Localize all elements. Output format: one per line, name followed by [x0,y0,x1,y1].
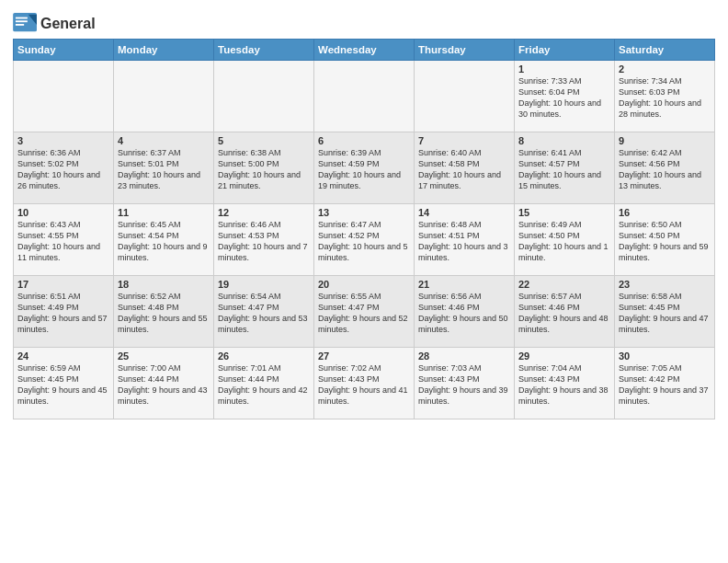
day-number: 28 [418,350,510,362]
day-info: Sunrise: 6:54 AM Sunset: 4:47 PM Dayligh… [218,291,310,336]
calendar-cell [114,61,214,132]
day-info: Sunrise: 6:43 AM Sunset: 4:55 PM Dayligh… [17,219,109,264]
day-info: Sunrise: 6:37 AM Sunset: 5:01 PM Dayligh… [118,147,210,192]
calendar-cell [415,61,515,132]
day-info: Sunrise: 7:34 AM Sunset: 6:03 PM Dayligh… [619,75,711,121]
day-info: Sunrise: 6:57 AM Sunset: 4:46 PM Dayligh… [518,291,610,336]
calendar-cell [14,61,114,132]
day-number: 3 [17,135,109,146]
calendar-cell: 19Sunrise: 6:54 AM Sunset: 4:47 PM Dayli… [214,276,314,348]
calendar-cell: 22Sunrise: 6:57 AM Sunset: 4:46 PM Dayli… [515,276,615,348]
calendar-week-3: 10Sunrise: 6:43 AM Sunset: 4:55 PM Dayli… [14,204,715,276]
logo: General [13,13,96,35]
day-number: 24 [17,350,109,362]
day-info: Sunrise: 6:36 AM Sunset: 5:02 PM Dayligh… [17,147,109,192]
calendar-cell: 26Sunrise: 7:01 AM Sunset: 4:44 PM Dayli… [214,348,314,419]
day-info: Sunrise: 6:52 AM Sunset: 4:48 PM Dayligh… [118,291,210,336]
calendar-week-4: 17Sunrise: 6:51 AM Sunset: 4:49 PM Dayli… [14,276,715,348]
calendar-cell: 4Sunrise: 6:37 AM Sunset: 5:01 PM Daylig… [114,132,214,204]
day-number: 13 [318,207,410,218]
day-number: 19 [218,279,310,290]
day-number: 27 [318,350,410,362]
day-number: 18 [118,279,210,290]
page-container: General SundayMondayTuesdayWednesdayThur… [0,0,728,425]
day-info: Sunrise: 6:55 AM Sunset: 4:47 PM Dayligh… [318,291,410,336]
day-info: Sunrise: 6:41 AM Sunset: 4:57 PM Dayligh… [518,147,610,192]
day-info: Sunrise: 6:42 AM Sunset: 4:56 PM Dayligh… [619,147,711,192]
day-info: Sunrise: 7:01 AM Sunset: 4:44 PM Dayligh… [218,362,310,408]
day-info: Sunrise: 7:00 AM Sunset: 4:44 PM Dayligh… [118,362,210,408]
calendar-week-1: 1Sunrise: 7:33 AM Sunset: 6:04 PM Daylig… [14,61,715,132]
weekday-header-row: SundayMondayTuesdayWednesdayThursdayFrid… [14,40,715,61]
day-number: 26 [218,350,310,362]
day-info: Sunrise: 7:33 AM Sunset: 6:04 PM Dayligh… [518,75,610,121]
calendar-cell: 28Sunrise: 7:03 AM Sunset: 4:43 PM Dayli… [415,348,515,419]
logo-text: General [40,16,96,32]
calendar-cell: 3Sunrise: 6:36 AM Sunset: 5:02 PM Daylig… [14,132,114,204]
calendar-cell: 1Sunrise: 7:33 AM Sunset: 6:04 PM Daylig… [515,61,615,132]
day-info: Sunrise: 7:04 AM Sunset: 4:43 PM Dayligh… [518,362,610,408]
weekday-header-sunday: Sunday [14,40,114,61]
day-number: 22 [518,279,610,290]
calendar-cell: 30Sunrise: 7:05 AM Sunset: 4:42 PM Dayli… [615,348,715,419]
day-info: Sunrise: 6:38 AM Sunset: 5:00 PM Dayligh… [218,147,310,192]
day-info: Sunrise: 6:49 AM Sunset: 4:50 PM Dayligh… [518,219,610,264]
calendar-cell: 9Sunrise: 6:42 AM Sunset: 4:56 PM Daylig… [615,132,715,204]
calendar-week-5: 24Sunrise: 6:59 AM Sunset: 4:45 PM Dayli… [14,348,715,419]
calendar-cell: 16Sunrise: 6:50 AM Sunset: 4:50 PM Dayli… [615,204,715,276]
calendar-cell: 21Sunrise: 6:56 AM Sunset: 4:46 PM Dayli… [415,276,515,348]
calendar-header: SundayMondayTuesdayWednesdayThursdayFrid… [14,40,715,61]
calendar-cell: 27Sunrise: 7:02 AM Sunset: 4:43 PM Dayli… [314,348,415,419]
weekday-header-thursday: Thursday [415,40,515,61]
day-number: 9 [619,135,711,146]
calendar-cell: 12Sunrise: 6:46 AM Sunset: 4:53 PM Dayli… [214,204,314,276]
day-number: 1 [518,63,610,75]
calendar-table: SundayMondayTuesdayWednesdayThursdayFrid… [13,39,715,419]
day-number: 30 [619,350,711,362]
logo-icon [13,13,39,35]
weekday-header-monday: Monday [114,40,214,61]
day-number: 6 [318,135,410,146]
calendar-cell: 23Sunrise: 6:58 AM Sunset: 4:45 PM Dayli… [615,276,715,348]
day-info: Sunrise: 6:56 AM Sunset: 4:46 PM Dayligh… [418,291,510,336]
calendar-cell: 17Sunrise: 6:51 AM Sunset: 4:49 PM Dayli… [14,276,114,348]
day-number: 8 [518,135,610,146]
calendar-cell: 11Sunrise: 6:45 AM Sunset: 4:54 PM Dayli… [114,204,214,276]
calendar-cell: 14Sunrise: 6:48 AM Sunset: 4:51 PM Dayli… [415,204,515,276]
day-number: 10 [17,207,109,218]
day-number: 4 [118,135,210,146]
calendar-cell: 18Sunrise: 6:52 AM Sunset: 4:48 PM Dayli… [114,276,214,348]
calendar-cell [214,61,314,132]
calendar-cell: 6Sunrise: 6:39 AM Sunset: 4:59 PM Daylig… [314,132,415,204]
day-number: 20 [318,279,410,290]
calendar-cell: 20Sunrise: 6:55 AM Sunset: 4:47 PM Dayli… [314,276,415,348]
day-number: 11 [118,207,210,218]
calendar-cell [314,61,415,132]
day-info: Sunrise: 6:45 AM Sunset: 4:54 PM Dayligh… [118,219,210,264]
calendar-cell: 29Sunrise: 7:04 AM Sunset: 4:43 PM Dayli… [515,348,615,419]
calendar-cell: 10Sunrise: 6:43 AM Sunset: 4:55 PM Dayli… [14,204,114,276]
calendar-cell: 8Sunrise: 6:41 AM Sunset: 4:57 PM Daylig… [515,132,615,204]
calendar-cell: 2Sunrise: 7:34 AM Sunset: 6:03 PM Daylig… [615,61,715,132]
day-info: Sunrise: 6:39 AM Sunset: 4:59 PM Dayligh… [318,147,410,192]
day-number: 29 [518,350,610,362]
day-number: 21 [418,279,510,290]
svg-rect-4 [16,24,24,26]
calendar-cell: 7Sunrise: 6:40 AM Sunset: 4:58 PM Daylig… [415,132,515,204]
day-number: 5 [218,135,310,146]
day-number: 16 [619,207,711,218]
day-info: Sunrise: 6:59 AM Sunset: 4:45 PM Dayligh… [17,362,109,408]
weekday-header-wednesday: Wednesday [314,40,415,61]
weekday-header-tuesday: Tuesday [214,40,314,61]
day-number: 23 [619,279,711,290]
calendar-cell: 25Sunrise: 7:00 AM Sunset: 4:44 PM Dayli… [114,348,214,419]
day-info: Sunrise: 6:40 AM Sunset: 4:58 PM Dayligh… [418,147,510,192]
calendar-cell: 5Sunrise: 6:38 AM Sunset: 5:00 PM Daylig… [214,132,314,204]
day-info: Sunrise: 6:47 AM Sunset: 4:52 PM Dayligh… [318,219,410,264]
svg-rect-3 [16,20,28,22]
day-info: Sunrise: 6:46 AM Sunset: 4:53 PM Dayligh… [218,219,310,264]
day-info: Sunrise: 6:51 AM Sunset: 4:49 PM Dayligh… [17,291,109,336]
day-info: Sunrise: 6:48 AM Sunset: 4:51 PM Dayligh… [418,219,510,264]
day-info: Sunrise: 6:58 AM Sunset: 4:45 PM Dayligh… [619,291,711,336]
day-number: 17 [17,279,109,290]
